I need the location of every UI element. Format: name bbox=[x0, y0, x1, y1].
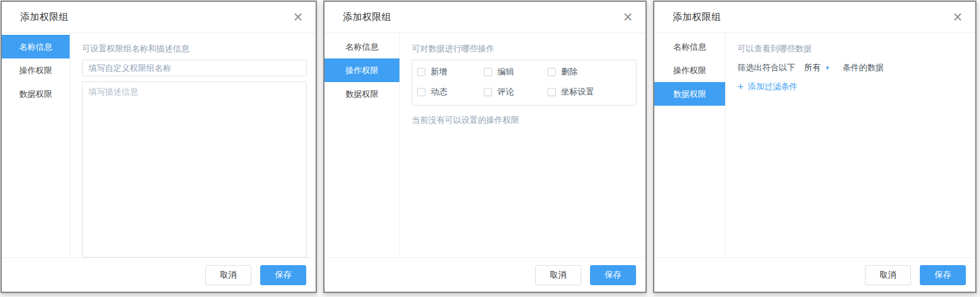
dialog-sidebar: 名称信息 操作权限 数据权限 bbox=[2, 33, 70, 257]
checkbox-icon bbox=[484, 88, 492, 96]
panel-hint: 可设置权限组名称和描述信息 bbox=[82, 40, 307, 60]
tab-name-info[interactable]: 名称信息 bbox=[2, 35, 70, 58]
filter-match-dropdown[interactable]: 所有 ▼ bbox=[804, 63, 830, 73]
filter-condition-row: 筛选出符合以下 所有 ▼ 条件的数据 bbox=[738, 60, 966, 79]
checkbox-comment[interactable]: 评论 bbox=[484, 87, 548, 97]
dialog-title: 添加权限组 bbox=[20, 11, 69, 24]
save-button[interactable]: 保存 bbox=[260, 265, 306, 285]
dialog-footer: 取消 保存 bbox=[2, 257, 316, 292]
dialog-sidebar: 名称信息 操作权限 数据权限 bbox=[654, 33, 726, 257]
checkbox-activity[interactable]: 动态 bbox=[417, 87, 484, 97]
tab-data-permissions[interactable]: 数据权限 bbox=[2, 82, 70, 106]
tab-data-permissions[interactable]: 数据权限 bbox=[325, 82, 399, 106]
operation-permissions-panel: 可对数据进行哪些操作 新增 编辑 删除 bbox=[400, 33, 645, 257]
dialog-body: 名称信息 操作权限 数据权限 可设置权限组名称和描述信息 bbox=[2, 33, 316, 257]
checkbox-edit[interactable]: 编辑 bbox=[484, 67, 548, 77]
chevron-down-icon: ▼ bbox=[825, 66, 830, 71]
data-permissions-panel: 可以查看到哪些数据 筛选出符合以下 所有 ▼ 条件的数据 + 添加过滤条件 bbox=[726, 33, 975, 257]
group-description-textarea[interactable] bbox=[82, 81, 307, 257]
dialog-header: 添加权限组 × bbox=[325, 2, 645, 33]
add-permission-group-dialog-name-tab: 添加权限组 × 名称信息 操作权限 数据权限 可设置权限组名称和描述信息 取消 … bbox=[1, 1, 317, 293]
checkbox-label: 动态 bbox=[431, 87, 447, 97]
dialogs-row: 添加权限组 × 名称信息 操作权限 数据权限 可设置权限组名称和描述信息 取消 … bbox=[0, 0, 980, 293]
checkbox-add[interactable]: 新增 bbox=[417, 67, 484, 77]
filter-suffix-text: 条件的数据 bbox=[843, 63, 884, 73]
add-filter-label: 添加过滤条件 bbox=[748, 81, 798, 92]
checkbox-icon bbox=[417, 68, 425, 76]
filter-match-value: 所有 bbox=[804, 63, 821, 73]
dialog-header: 添加权限组 × bbox=[2, 2, 316, 33]
dialog-footer: 取消 保存 bbox=[325, 257, 645, 292]
cancel-button[interactable]: 取消 bbox=[535, 265, 581, 285]
checkbox-icon bbox=[484, 68, 492, 76]
cancel-button[interactable]: 取消 bbox=[205, 265, 251, 285]
tab-operation-permissions[interactable]: 操作权限 bbox=[2, 58, 70, 82]
no-operation-permissions-note: 当前没有可以设置的操作权限 bbox=[412, 113, 637, 126]
dialog-body: 名称信息 操作权限 数据权限 可以查看到哪些数据 筛选出符合以下 所有 ▼ 条件… bbox=[654, 33, 975, 257]
name-info-panel: 可设置权限组名称和描述信息 bbox=[70, 33, 316, 257]
close-icon[interactable]: × bbox=[293, 11, 303, 23]
dialog-body: 名称信息 操作权限 数据权限 可对数据进行哪些操作 新增 编辑 bbox=[325, 33, 645, 257]
checkbox-label: 坐标设置 bbox=[561, 87, 594, 97]
checkbox-label: 新增 bbox=[431, 67, 447, 77]
operation-checkbox-group: 新增 编辑 删除 动态 bbox=[412, 60, 637, 106]
tab-operation-permissions[interactable]: 操作权限 bbox=[325, 58, 399, 82]
tab-name-info[interactable]: 名称信息 bbox=[654, 35, 725, 58]
tab-operation-permissions[interactable]: 操作权限 bbox=[654, 58, 725, 82]
tab-name-info[interactable]: 名称信息 bbox=[325, 35, 399, 58]
checkbox-icon bbox=[417, 88, 425, 96]
dialog-title: 添加权限组 bbox=[673, 11, 722, 24]
checkbox-label: 编辑 bbox=[497, 67, 514, 77]
checkbox-icon bbox=[548, 68, 556, 76]
add-filter-condition-link[interactable]: + 添加过滤条件 bbox=[738, 79, 798, 92]
checkbox-delete[interactable]: 删除 bbox=[548, 67, 630, 77]
cancel-button[interactable]: 取消 bbox=[865, 265, 911, 285]
group-name-input[interactable] bbox=[82, 60, 307, 76]
checkbox-label: 删除 bbox=[561, 67, 578, 77]
checkbox-label: 评论 bbox=[497, 87, 514, 97]
checkbox-icon bbox=[548, 88, 556, 96]
add-permission-group-dialog-data-tab: 添加权限组 × 名称信息 操作权限 数据权限 可以查看到哪些数据 筛选出符合以下… bbox=[653, 1, 976, 293]
close-icon[interactable]: × bbox=[623, 11, 632, 23]
tab-data-permissions[interactable]: 数据权限 bbox=[654, 82, 725, 106]
dialog-title: 添加权限组 bbox=[343, 11, 392, 24]
save-button[interactable]: 保存 bbox=[590, 265, 636, 285]
dialog-header: 添加权限组 × bbox=[654, 2, 975, 33]
filter-prefix-text: 筛选出符合以下 bbox=[738, 63, 795, 73]
dialog-footer: 取消 保存 bbox=[654, 257, 975, 292]
checkbox-coordinate-settings[interactable]: 坐标设置 bbox=[548, 87, 630, 97]
dialog-sidebar: 名称信息 操作权限 数据权限 bbox=[325, 33, 400, 257]
plus-icon: + bbox=[738, 83, 744, 91]
panel-hint: 可以查看到哪些数据 bbox=[738, 40, 966, 60]
panel-hint: 可对数据进行哪些操作 bbox=[412, 40, 637, 60]
save-button[interactable]: 保存 bbox=[920, 265, 966, 285]
add-permission-group-dialog-operation-tab: 添加权限组 × 名称信息 操作权限 数据权限 可对数据进行哪些操作 新增 编辑 bbox=[323, 1, 647, 293]
close-icon[interactable]: × bbox=[953, 11, 962, 23]
